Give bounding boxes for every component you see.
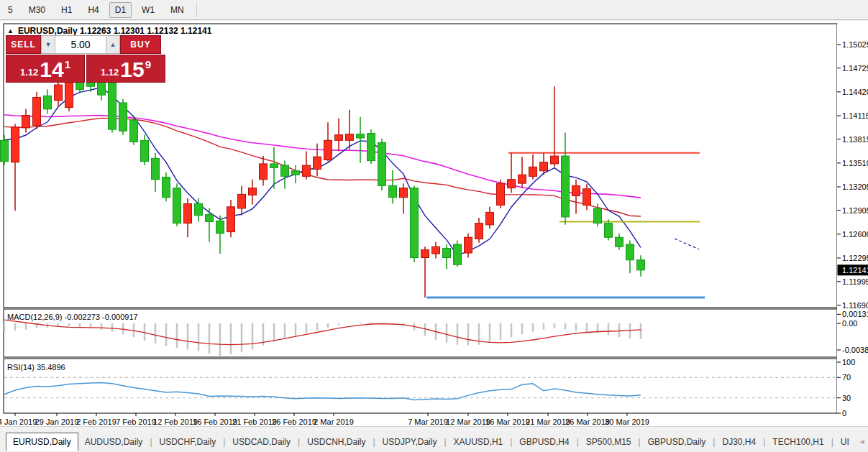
candle-body-down [605,223,613,238]
candle-body-down [173,188,181,223]
timeframe-button-5[interactable]: 5 [2,2,19,18]
candle-body-down [152,158,160,179]
tab-tech100-h1[interactable]: TECH100,H1 [766,433,830,451]
tab-gbpusd-daily[interactable]: GBPUSD,Daily [641,433,713,451]
symbol-tab-bar: EURUSD,DailyAUDUSD,Daily|USDCHF,Daily|US… [0,431,868,452]
date-label: 2 Mar 2019 [314,418,354,426]
candle-body-down [637,260,645,270]
tab-ui[interactable]: UI [834,433,856,451]
price-axis-label: 1.13205 [842,183,868,191]
tab-xauusd-h1[interactable]: XAUUSD,H1 [447,433,510,451]
candle-body-up [33,97,41,125]
panel-collapse-icon[interactable]: ▲ [7,27,14,34]
tab-usdcad-daily[interactable]: USDCAD,Daily [226,433,297,451]
candle-body-up [465,237,472,253]
timeframe-button-h4[interactable]: H4 [82,2,104,18]
toolbar-separator [196,3,197,17]
candle-body-up [324,140,332,160]
one-click-trade-panel: SELL ▼ ▲ BUY 1.12 14 1 1.12 15 [6,35,165,83]
candle-body-up [475,223,483,239]
tab-eurusd-daily[interactable]: EURUSD,Daily [6,433,78,451]
candle-body-up [227,207,235,232]
date-label: 21 Feb 2019 [232,418,277,426]
price-axis-label: 1.11690 [842,301,868,310]
volume-increase-button[interactable]: ▲ [106,35,120,54]
current-price-tag-text: 1.12141 [842,266,868,275]
tab-usdjpy-daily[interactable]: USDJPY,Daily [376,433,444,451]
candle-body-up [583,189,591,206]
timeframe-button-h1[interactable]: H1 [55,2,78,18]
date-label: 29 Jan 2019 [35,418,79,426]
date-label: 12 Feb 2019 [153,418,198,426]
candle-body-up [335,135,343,141]
buy-button[interactable]: BUY [120,35,161,54]
candle-body-down [411,188,419,258]
candle-body-down [389,185,397,197]
ask-price-button[interactable]: 1.12 15 9 [86,55,165,83]
bid-price-button[interactable]: 1.12 14 1 [6,55,85,83]
candle-body-down [292,171,300,175]
rsi-label: RSI(14) 35.4896 [7,363,65,372]
candle-body-up [314,157,321,169]
date-label: 24 Jan 2019 [0,418,37,426]
candle-body-up [421,250,429,258]
candle-body-down [270,164,278,167]
date-label: 7 Feb 2019 [116,418,156,426]
volume-decrease-button[interactable]: ▼ [41,35,55,54]
bid-price-main: 14 [40,59,63,80]
tab-scroll-left-icon[interactable]: ◄ [856,438,868,446]
candle-body-up [572,185,580,195]
timeframe-button-m30[interactable]: M30 [23,2,51,18]
candle-body-up [249,188,257,195]
chevron-up-icon: ▲ [110,41,117,48]
candle-body-down [378,143,386,186]
candle-body-down [130,120,138,142]
timeframe-button-mn[interactable]: MN [165,2,190,18]
price-axis-label: 1.12905 [842,206,868,215]
candle-body-up [22,115,30,127]
macd-label: MACD(12,26,9) -0.002273 -0.000917 [7,313,138,321]
candle-body-down [206,215,214,222]
date-label: 7 Mar 2019 [408,418,448,426]
candle-body-up [529,167,537,176]
chart-title-text: EURUSD,Daily 1.12263 1.12301 1.12132 1.1… [18,26,212,36]
candle-body-up [540,162,548,171]
price-axis-label: 1.14725 [842,64,868,73]
volume-input[interactable] [55,35,106,54]
timeframe-toolbar: 5M30H1H4D1W1MN [0,0,868,20]
rsi-axis-label: 30 [842,394,851,402]
ask-price-pip: 9 [145,58,151,70]
tab-sp500-m15[interactable]: SP500,M15 [580,433,638,451]
date-label: 16 Mar 2019 [485,418,530,426]
macd-axis-label: 0.001313 [842,310,868,318]
candle-body-down [357,134,365,138]
timeframe-button-w1[interactable]: W1 [136,2,160,18]
chart-window: 1.150251.147251.144201.141151.138151.135… [0,21,868,426]
timeframe-button-d1[interactable]: D1 [109,2,132,18]
candle-body-up [260,164,268,180]
candle-body-up [400,188,408,198]
tab-usdcnh-daily[interactable]: USDCNH,Daily [301,433,372,451]
candle-body-up [486,212,494,224]
candle-body-down [163,177,170,197]
candle-body-up [238,194,246,208]
price-axis-label: 1.13510 [842,159,868,167]
tab-gbpusd-h4[interactable]: GBPUSD,H4 [513,433,575,451]
candle-body-up [518,175,526,183]
date-label: 21 Mar 2019 [526,418,570,426]
tab-dj30-h4[interactable]: DJ30,H4 [716,433,762,451]
candle-body-down [141,140,149,161]
tab-usdchf-daily[interactable]: USDCHF,Daily [153,433,223,451]
candle-body-up [55,85,63,101]
rsi-axis-label: 100 [842,358,855,366]
tab-audusd-daily[interactable]: AUDUSD,Daily [78,433,150,451]
price-axis-label: 1.12295 [842,254,868,262]
candle-body-down [562,156,570,217]
sell-button[interactable]: SELL [6,35,41,54]
candle-body-down [44,96,52,109]
candle-body-down [616,237,623,246]
candle-body-down [443,248,451,257]
rsi-axis-label: 0 [842,409,846,418]
chevron-down-icon: ▼ [45,41,52,48]
price-axis-label: 1.14115 [842,111,868,120]
